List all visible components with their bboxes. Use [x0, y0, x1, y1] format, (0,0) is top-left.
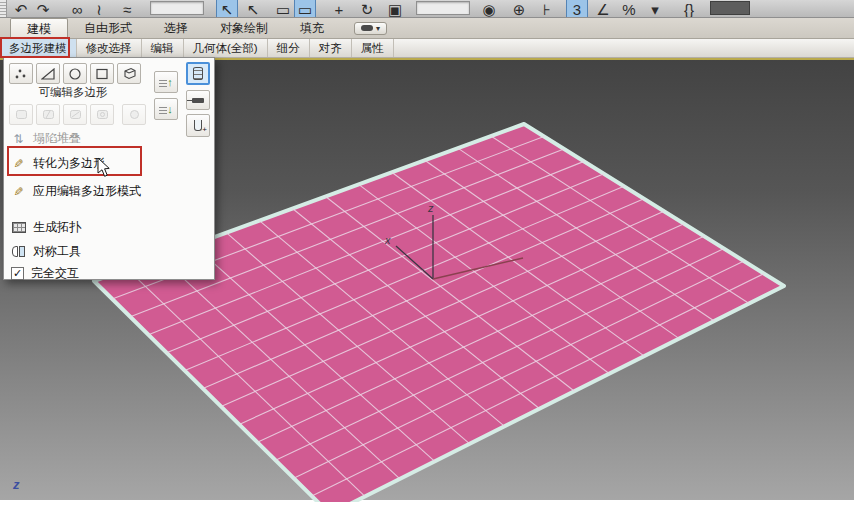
- panel-align[interactable]: 对齐: [310, 39, 352, 57]
- undo-icon[interactable]: ↶: [10, 0, 32, 18]
- border-icon: [68, 68, 82, 80]
- menu-item-label: 对称工具: [33, 243, 81, 260]
- select-and-scale-icon[interactable]: ▣: [384, 0, 406, 18]
- poly-tool-button-2: [36, 104, 60, 125]
- tab-freeform[interactable]: 自由形式: [68, 18, 148, 38]
- select-and-move-icon[interactable]: +: [328, 0, 350, 18]
- tab-object-paint[interactable]: 对象绘制: [204, 18, 284, 38]
- mouse-cursor: [97, 157, 112, 178]
- ribbon-tab-bar: 建模 自由形式 选择 对象绘制 填充 ▾: [0, 18, 854, 39]
- edit-poly-mode-icon: ✎: [11, 184, 26, 199]
- panel-modify-selection[interactable]: 修改选择: [77, 39, 142, 57]
- stack-lines-icon: [159, 105, 167, 114]
- named-selection-sets-icon[interactable]: {}: [678, 0, 700, 18]
- bind-to-space-warp-icon[interactable]: ≈: [116, 0, 138, 18]
- main-toolbar: ↶↷∞≀≈↖↖▭▭+↻▣◉⊕⊦3∠%▾{}: [0, 0, 854, 18]
- keyboard-shortcut-override-icon[interactable]: ⊦: [536, 0, 558, 18]
- symmetry-icon: [11, 244, 26, 259]
- arrow-up-icon: ↑: [167, 77, 173, 88]
- ribbon-minimize-button[interactable]: ▾: [354, 22, 387, 35]
- topology-grid-icon: [11, 220, 26, 235]
- menu-item-collapse-stack: ⇅ 塌陷堆叠: [11, 129, 81, 148]
- select-and-manipulate-icon[interactable]: ⊕: [508, 0, 530, 18]
- angle-snap-icon[interactable]: ∠: [592, 0, 614, 18]
- menu-item-label: 完全交互: [31, 265, 79, 282]
- polygon-icon: [95, 68, 109, 80]
- element-mode-button[interactable]: [117, 63, 141, 84]
- stack-lines-icon: [159, 78, 167, 87]
- menu-item-full-interactivity[interactable]: ✓ 完全交互: [11, 264, 79, 283]
- window-crossing-icon[interactable]: ▭: [294, 0, 316, 18]
- percent-snap-icon[interactable]: %: [618, 0, 640, 18]
- world-axis-z-label: z: [13, 477, 20, 492]
- ribbon-minimize-icon: [361, 25, 373, 31]
- select-object-icon[interactable]: ↖: [216, 0, 238, 18]
- menu-item-label: 转化为多边形: [33, 155, 105, 172]
- spinner-snap-icon[interactable]: ▾: [644, 0, 666, 18]
- poly-tool-button-1: [9, 104, 33, 125]
- menu-item-label: 应用编辑多边形模式: [33, 183, 141, 200]
- pin-icon: [192, 98, 204, 103]
- svg-text:x: x: [384, 234, 391, 246]
- edge-mode-button[interactable]: [36, 63, 60, 84]
- svg-text:z: z: [427, 202, 434, 214]
- snaps-toggle-icon[interactable]: 3: [566, 0, 588, 18]
- rectangular-selection-region-icon[interactable]: ▭: [272, 0, 294, 18]
- panel-geometry-all[interactable]: 几何体(全部): [184, 39, 268, 57]
- polygon-mode-button[interactable]: [90, 63, 114, 84]
- redo-icon[interactable]: ↷: [32, 0, 54, 18]
- element-cube-icon: [122, 67, 137, 80]
- mirror-dropdown[interactable]: [710, 1, 750, 15]
- tab-populate[interactable]: 填充: [284, 18, 340, 38]
- toolbar-drag-handle[interactable]: [0, 0, 7, 18]
- arrow-down-icon: ↓: [167, 104, 173, 115]
- panel-properties[interactable]: 属性: [352, 39, 394, 57]
- modifier-stack-icon: [193, 67, 203, 80]
- border-mode-button[interactable]: [63, 63, 87, 84]
- collapse-stack-icon: ⇅: [11, 131, 26, 146]
- menu-item-apply-edit-poly-mode[interactable]: ✎ 应用编辑多边形模式: [11, 182, 141, 201]
- edge-icon: [41, 68, 56, 80]
- editable-poly-label: 可编辑多边形: [4, 85, 142, 100]
- pin-stack-button[interactable]: [186, 90, 210, 110]
- use-pivot-point-center-icon[interactable]: ◉: [478, 0, 500, 18]
- poly-tool-button-4: [90, 104, 114, 125]
- menu-item-generate-topology[interactable]: 生成拓扑: [11, 218, 81, 237]
- previous-modifier-button[interactable]: ↑: [154, 71, 178, 93]
- menu-item-convert-to-poly[interactable]: ✎ 转化为多边形: [11, 154, 105, 173]
- poly-tool-button-5: [122, 104, 146, 125]
- chevron-down-icon: ▾: [376, 24, 380, 33]
- convert-to-poly-icon: ✎: [11, 156, 26, 171]
- panel-edit[interactable]: 编辑: [142, 39, 184, 57]
- ribbon-panel-bar: 多边形建模 修改选择 编辑 几何体(全部) 细分 对齐 属性: [0, 39, 854, 58]
- tab-selection[interactable]: 选择: [148, 18, 204, 38]
- checkbox-checked-icon[interactable]: ✓: [11, 267, 24, 280]
- panel-subdivision[interactable]: 细分: [268, 39, 310, 57]
- beaker-plus-icon: [194, 120, 202, 131]
- select-by-name-icon[interactable]: ↖: [242, 0, 264, 18]
- vertex-icon: [14, 68, 28, 80]
- reference-coordinate-dropdown[interactable]: [416, 1, 470, 15]
- select-and-rotate-icon[interactable]: ↻: [356, 0, 378, 18]
- show-end-result-button[interactable]: [186, 114, 210, 137]
- unlink-selection-icon[interactable]: ≀: [88, 0, 110, 18]
- selection-filter-dropdown[interactable]: [150, 1, 204, 15]
- menu-item-label: 塌陷堆叠: [33, 130, 81, 147]
- menu-item-label: 生成拓扑: [33, 219, 81, 236]
- poly-tool-button-3: [63, 104, 87, 125]
- select-and-link-icon[interactable]: ∞: [66, 0, 88, 18]
- vertex-mode-button[interactable]: [9, 63, 33, 84]
- next-modifier-button[interactable]: ↓: [154, 98, 178, 120]
- modify-mode-toggle-button[interactable]: [186, 62, 210, 85]
- menu-item-symmetry-tools[interactable]: 对称工具: [11, 242, 81, 261]
- panel-polygon-modeling[interactable]: 多边形建模: [0, 39, 77, 57]
- tab-modeling[interactable]: 建模: [10, 18, 68, 38]
